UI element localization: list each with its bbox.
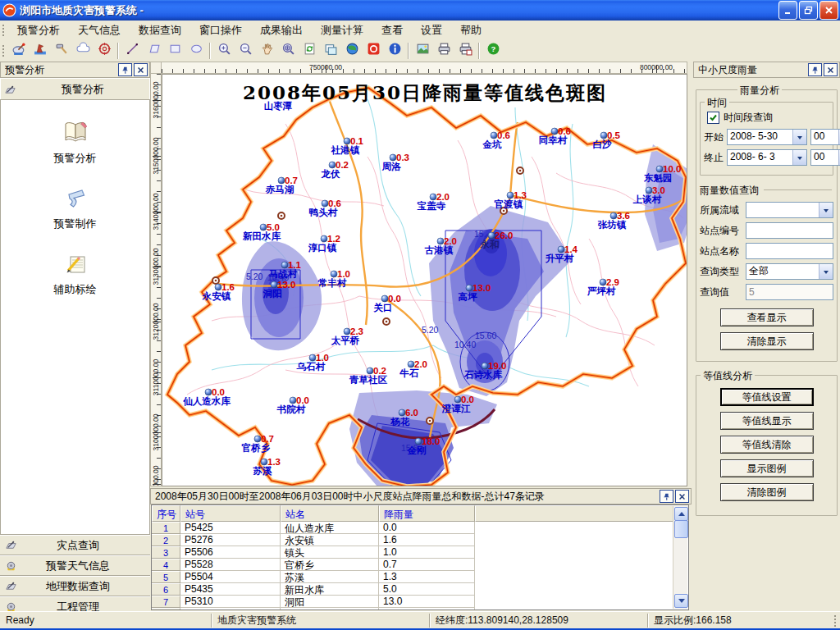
map-right-splitter[interactable] [692,62,693,611]
station-marker[interactable] [261,459,267,465]
menu-item-5[interactable]: 成果输出 [251,21,312,40]
station-marker[interactable] [610,212,617,219]
clear-display-button[interactable]: 清除显示 [720,332,814,350]
contour-button-4[interactable]: 显示图例 [720,459,814,477]
line-button[interactable] [122,41,142,60]
station-marker[interactable] [329,162,336,168]
ellipse-button[interactable] [186,41,206,60]
menu-item-8[interactable]: 设置 [412,21,451,40]
target-button[interactable] [94,41,114,60]
scroll-thumb[interactable] [674,520,688,538]
layers-button[interactable] [321,41,340,60]
station-marker[interactable] [321,235,327,242]
cloud-button[interactable] [73,41,93,60]
dropdown-button[interactable] [819,264,833,279]
end-hour-dropdown[interactable]: 00 [810,149,840,166]
start-date-dropdown[interactable]: 2008- 5-30 [727,129,807,145]
table-row[interactable]: 7P5310洞阳13.0 [152,596,688,608]
tool-item-3[interactable]: 辅助标绘 [1,251,149,297]
field-dropdown-4[interactable]: 全部 [746,263,833,280]
station-marker[interactable] [454,396,461,403]
table-row[interactable]: 2P5276永安镇1.6 [152,534,688,546]
station-marker[interactable] [281,262,288,268]
station-marker[interactable] [260,224,267,231]
table-row[interactable]: 5P5504苏溪1.3 [152,571,688,583]
close-panel-button[interactable] [134,63,148,76]
image-button[interactable] [413,41,432,60]
stop-button[interactable] [363,41,383,60]
station-marker[interactable] [600,132,607,139]
refresh-button[interactable] [299,41,319,60]
close-panel-button[interactable] [824,63,838,76]
column-header-3[interactable]: 站名 [281,505,379,522]
toolbar-grip[interactable] [2,44,6,57]
show-display-button[interactable]: 查看显示 [720,308,814,326]
station-marker[interactable] [215,284,221,290]
station-marker[interactable] [205,389,212,395]
left-panel-header[interactable]: 预警分析 [0,78,150,101]
column-header-2[interactable]: 站号 [180,505,281,522]
hammer-button[interactable] [52,41,71,60]
table-row[interactable]: 4P5528官桥乡0.7 [152,559,688,571]
pin-button[interactable] [118,63,132,76]
field-input-2[interactable] [746,222,833,239]
station-marker[interactable] [399,409,405,416]
station-marker[interactable] [430,194,436,200]
contour-button-5[interactable]: 清除图例 [720,483,814,501]
station-marker[interactable] [344,138,350,144]
start-hour-dropdown[interactable]: 00 [810,129,840,145]
station-marker[interactable] [408,361,414,368]
tool-item-2[interactable]: 预警制作 [1,185,149,231]
station-marker[interactable] [367,368,373,374]
print-preview-button[interactable] [455,41,475,60]
menu-item-1[interactable]: 预警分析 [8,21,69,40]
minimize-button[interactable] [778,1,797,20]
info-button[interactable] [385,41,404,60]
contour-button-1[interactable]: 等值线设置 [720,388,814,406]
table-scrollbar[interactable] [673,506,687,609]
menubar-grip[interactable] [2,24,6,37]
table-row[interactable]: 3P5506镇头1.0 [152,546,688,559]
contour-button-2[interactable]: 等值线显示 [720,412,814,430]
map-canvas[interactable]: 5.2010.4015.5.2015.6010.4015.6 山枣潭社港镇0.1… [162,74,687,486]
zoom-out-button[interactable] [235,41,255,60]
pin-button[interactable] [808,63,822,76]
sidebar-item-1[interactable]: 灾点查询 [0,535,150,555]
restore-button[interactable] [799,1,818,20]
menu-item-7[interactable]: 查看 [372,21,412,40]
menu-item-4[interactable]: 窗口操作 [190,21,251,40]
table-row[interactable]: 6P5435新田水库5.0 [152,583,688,596]
satellite-dish-button[interactable] [9,41,29,60]
resize-grip[interactable] [833,614,838,628]
rectangle-button[interactable] [165,41,185,60]
tool-item-1[interactable]: 预警分析 [1,120,149,166]
menu-item-3[interactable]: 数据查询 [130,21,190,40]
station-marker[interactable] [551,128,558,135]
print-button[interactable] [434,41,454,60]
station-marker[interactable] [344,328,350,335]
end-date-dropdown[interactable]: 2008- 6- 3 [727,149,807,166]
close-button[interactable] [819,1,838,20]
field-dropdown-1[interactable] [746,202,833,218]
station-marker[interactable] [488,232,495,239]
station-marker[interactable] [600,279,606,285]
menu-item-9[interactable]: 帮助 [451,21,491,40]
station-marker[interactable] [491,132,497,139]
station-marker[interactable] [558,246,564,253]
menu-item-2[interactable]: 天气信息 [69,21,130,40]
station-marker[interactable] [507,192,514,199]
dropdown-button[interactable] [792,150,806,165]
field-input-3[interactable] [746,243,833,259]
pan-button[interactable] [257,41,276,60]
close-panel-button[interactable] [675,490,689,503]
station-marker[interactable] [278,177,285,184]
station-marker[interactable] [415,438,422,445]
zoom-in-button[interactable] [214,41,234,60]
dropdown-button[interactable] [819,203,833,217]
station-marker[interactable] [381,295,388,302]
station-marker[interactable] [390,154,396,161]
zoom-select-button[interactable] [278,41,298,60]
station-marker[interactable] [466,285,472,291]
menu-item-6[interactable]: 测量计算 [312,21,372,40]
column-header-1[interactable]: 序号 [152,505,180,522]
